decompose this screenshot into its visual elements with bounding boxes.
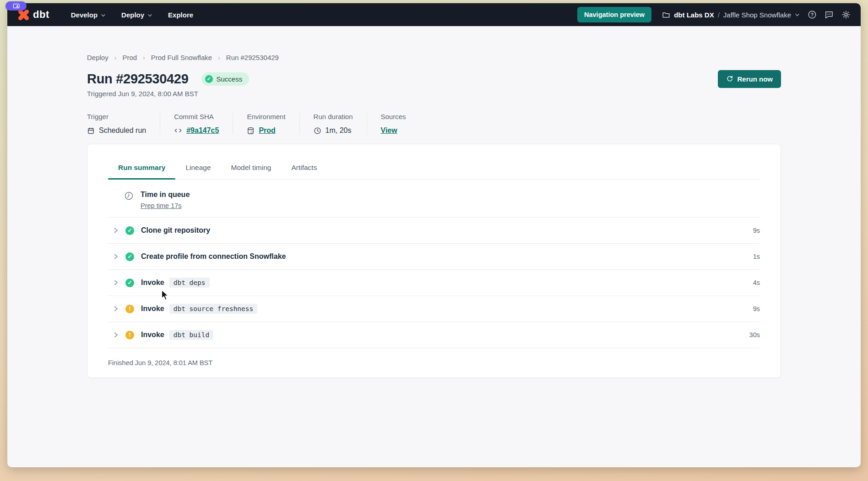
time-in-queue-row: Time in queue Prep time 17s bbox=[108, 180, 760, 217]
meta-label: Environment bbox=[247, 113, 285, 120]
meta-sources: Sources View bbox=[381, 113, 420, 135]
step-duration: 9s bbox=[753, 305, 760, 312]
account-name: dbt Labs DX bbox=[674, 11, 714, 19]
meta-value: #9a147c5 bbox=[174, 126, 219, 135]
meta-label: Run duration bbox=[314, 113, 353, 120]
step-duration: 9s bbox=[753, 227, 760, 234]
meta-label: Sources bbox=[381, 113, 406, 120]
status-icon bbox=[125, 252, 134, 261]
step-command-chip: dbt build bbox=[169, 330, 214, 340]
step-command-chip: dbt source freshness bbox=[169, 304, 258, 314]
meta-value: View bbox=[381, 126, 406, 135]
finished-timestamp: Finished Jun 9, 2024, 8:01 AM BST bbox=[108, 348, 760, 366]
breadcrumb-current-run: Run #292530429 bbox=[226, 54, 279, 61]
nav-item-explore[interactable]: Explore bbox=[160, 6, 201, 23]
code-icon bbox=[174, 126, 182, 135]
meta-label: Trigger bbox=[87, 113, 146, 120]
meta-value: 1m, 20s bbox=[314, 126, 353, 135]
breadcrumb-job[interactable]: Prod Full Snowflake bbox=[151, 54, 212, 61]
meta-label: Commit SHA bbox=[174, 113, 219, 120]
nav-item-label: Develop bbox=[71, 11, 98, 19]
run-step-row[interactable]: Invoke dbt source freshness 9s bbox=[108, 295, 760, 322]
breadcrumb-separator-icon: › bbox=[114, 54, 117, 61]
status-icon bbox=[125, 279, 134, 287]
breadcrumb-deploy[interactable]: Deploy bbox=[87, 54, 108, 61]
meta-commit-sha: Commit SHA #9a147c5 bbox=[174, 113, 233, 135]
tab-lineage[interactable]: Lineage bbox=[175, 154, 221, 179]
chevron-right-icon[interactable] bbox=[113, 253, 119, 260]
dbt-logo-text: dbt bbox=[33, 9, 49, 21]
folder-icon bbox=[662, 11, 670, 19]
run-step-row[interactable]: Invoke dbt build 30s bbox=[108, 322, 760, 348]
run-step-row[interactable]: Clone git repository 9s bbox=[108, 217, 760, 243]
chevron-right-icon[interactable] bbox=[113, 306, 119, 312]
breadcrumb-separator-icon: › bbox=[218, 54, 220, 61]
tab-artifacts[interactable]: Artifacts bbox=[281, 154, 327, 179]
status-icon bbox=[125, 331, 134, 339]
step-label: Invoke bbox=[141, 331, 164, 339]
prep-time-link[interactable]: Prep time 17s bbox=[141, 202, 181, 209]
chevron-down-icon bbox=[147, 13, 152, 18]
path-separator: / bbox=[718, 11, 720, 19]
page-content: Deploy › Prod › Prod Full Snowflake › Ru… bbox=[7, 54, 861, 378]
page-title: Run #292530429 bbox=[87, 71, 189, 87]
run-meta-row: Trigger Scheduled run Commit SHA #9a147c… bbox=[87, 113, 781, 135]
calendar-icon bbox=[87, 127, 95, 135]
feedback-icon[interactable] bbox=[825, 10, 834, 19]
title-row: Run #292530429 Success Rerun now bbox=[87, 69, 781, 89]
status-badge: Success bbox=[201, 72, 250, 86]
environment-link[interactable]: Prod bbox=[259, 126, 275, 135]
step-command-chip: dbt deps bbox=[169, 278, 210, 288]
nav-item-label: Deploy bbox=[121, 11, 144, 19]
commit-sha-link[interactable]: #9a147c5 bbox=[186, 126, 219, 135]
screen-share-icon bbox=[13, 3, 20, 9]
nav-right-cluster: Navigation preview dbt Labs DX / Jaffle … bbox=[577, 7, 851, 22]
breadcrumb-separator-icon: › bbox=[143, 54, 145, 61]
database-icon bbox=[247, 127, 255, 135]
help-icon[interactable]: ? bbox=[808, 10, 817, 19]
breadcrumb-prod[interactable]: Prod bbox=[122, 54, 137, 61]
step-label: Create profile from connection Snowflake bbox=[141, 252, 286, 261]
step-duration: 30s bbox=[749, 331, 760, 339]
meta-environment: Environment Prod bbox=[247, 113, 299, 135]
step-duration: 1s bbox=[753, 253, 760, 260]
svg-text:?: ? bbox=[811, 12, 814, 17]
tab-model-timing[interactable]: Model timing bbox=[221, 154, 282, 179]
status-icon bbox=[125, 226, 134, 235]
meta-trigger: Trigger Scheduled run bbox=[87, 113, 160, 135]
status-badge-label: Success bbox=[217, 75, 243, 83]
tab-run-summary[interactable]: Run summary bbox=[108, 154, 175, 179]
top-navigation-bar: dbt Develop Deploy Explore Navigation pr… bbox=[7, 3, 861, 26]
status-icon bbox=[125, 305, 134, 313]
chevron-right-icon[interactable] bbox=[113, 279, 119, 286]
recording-indicator-badge[interactable] bbox=[5, 1, 27, 11]
rerun-now-label: Rerun now bbox=[738, 75, 773, 83]
trigger-value: Scheduled run bbox=[99, 126, 146, 135]
run-step-row[interactable]: Invoke dbt deps 4s bbox=[108, 269, 760, 295]
chevron-right-icon[interactable] bbox=[113, 332, 119, 338]
meta-run-duration: Run duration 1m, 20s bbox=[314, 113, 367, 135]
breadcrumb: Deploy › Prod › Prod Full Snowflake › Ru… bbox=[87, 54, 781, 61]
main-nav: Develop Deploy Explore bbox=[63, 6, 201, 23]
run-step-row[interactable]: Create profile from connection Snowflake… bbox=[108, 243, 760, 269]
clock-icon bbox=[314, 127, 321, 135]
chevron-down-icon bbox=[101, 13, 106, 18]
step-label: Clone git repository bbox=[141, 226, 210, 235]
settings-gear-icon[interactable] bbox=[841, 10, 851, 19]
sources-view-link[interactable]: View bbox=[381, 126, 397, 135]
nav-item-deploy[interactable]: Deploy bbox=[114, 6, 160, 23]
time-in-queue-title: Time in queue bbox=[141, 191, 190, 199]
browser-viewport: dbt Develop Deploy Explore Navigation pr… bbox=[7, 3, 861, 467]
check-circle-icon bbox=[205, 75, 213, 83]
rerun-now-button[interactable]: Rerun now bbox=[718, 70, 781, 88]
meta-value: Prod bbox=[247, 126, 285, 135]
refresh-icon bbox=[726, 75, 733, 82]
nav-item-develop[interactable]: Develop bbox=[63, 6, 114, 23]
project-name: Jaffle Shop Snowflake bbox=[723, 11, 791, 19]
run-duration-value: 1m, 20s bbox=[326, 126, 352, 135]
navigation-preview-button[interactable]: Navigation preview bbox=[577, 7, 651, 22]
chevron-right-icon[interactable] bbox=[113, 227, 119, 234]
triggered-timestamp: Triggered Jun 9, 2024, 8:00 AM BST bbox=[87, 90, 781, 98]
chevron-down-icon bbox=[795, 12, 800, 17]
project-switcher[interactable]: dbt Labs DX / Jaffle Shop Snowflake bbox=[662, 11, 800, 19]
